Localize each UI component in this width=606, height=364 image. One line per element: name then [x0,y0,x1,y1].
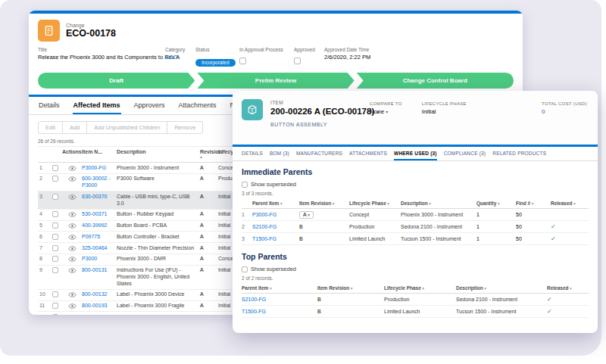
column-header[interactable]: Find # [516,201,551,206]
row-checkbox-cell[interactable] [48,176,62,182]
item-number-link[interactable]: 630-00370 [82,194,107,199]
row-actions-cell[interactable] [62,256,82,262]
table-row[interactable]: T1500-FG B Limited Launch Tucson 1500 - … [242,306,589,318]
item-number-link[interactable]: 600-30002 - P3000 [82,176,111,188]
row-checkbox-cell[interactable] [48,267,62,273]
column-header[interactable]: Description [117,149,200,160]
item-revision-picker[interactable]: A [299,211,314,219]
row-checkbox[interactable] [52,211,58,217]
parent-item-link[interactable]: S2100-FG [252,224,276,229]
show-superseded-checkbox[interactable] [242,266,248,272]
row-checkbox[interactable] [52,245,58,251]
row-checkbox-cell[interactable] [48,194,62,200]
item-number-link[interactable]: 530-00371 [82,211,107,216]
path-stage[interactable]: Draft [38,73,195,89]
compare-to-dropdown[interactable]: None▾ [370,108,402,115]
toolbar-button[interactable]: Edit [38,121,63,134]
item-tab[interactable]: COMPLIANCE (3) [444,147,486,160]
item-tab[interactable]: WHERE USED (3) [394,147,437,160]
row-actions-cell[interactable] [62,211,82,217]
item-tab[interactable]: DETAILS [242,147,263,160]
row-actions-cell[interactable] [62,245,82,251]
item-tab[interactable]: RELATED PRODUCTS [492,147,546,160]
row-checkbox[interactable] [52,291,58,297]
path-stage[interactable]: Change Control Board [357,73,514,89]
row-checkbox-cell[interactable] [48,211,62,217]
column-header[interactable]: Lifecycle Phase [384,285,456,291]
item-number-link[interactable]: 800-00193 [82,303,107,308]
item-number-link[interactable]: 700-00447 [82,314,107,315]
row-actions-cell[interactable] [62,303,82,309]
table-row[interactable]: 1 P3000-FG A Concept Phoenix 3000 - Inst… [242,209,589,221]
row-actions-cell[interactable] [62,291,82,297]
path-stage[interactable]: Prelim Review [197,73,354,89]
toolbar-button[interactable]: Add [63,121,87,134]
parent-item-link[interactable]: S2100-FG [242,297,266,302]
row-checkbox[interactable] [52,176,58,182]
item-number-link[interactable]: P3000-FG [82,165,106,170]
row-checkbox[interactable] [52,165,58,171]
item-number-link[interactable]: 800-00132 [82,291,107,297]
item-tab[interactable]: ATTACHMENTS [349,147,387,160]
table-row[interactable]: 2 S2100-FG B Production Sedona 2100 - In… [242,221,589,233]
column-header[interactable] [38,149,62,160]
item-number-link[interactable]: 400-39992 [82,222,107,228]
row-actions-cell[interactable] [62,267,82,273]
column-header[interactable]: Description [456,285,547,291]
in-approval-checkbox[interactable] [239,58,246,64]
parent-item-link[interactable]: T1500-FG [252,236,276,241]
toolbar-button[interactable]: Remove [167,121,203,134]
tab[interactable]: Approvers [133,97,166,114]
row-checkbox[interactable] [52,222,58,229]
row-checkbox[interactable] [52,314,58,315]
row-actions-cell[interactable] [62,222,82,229]
column-header[interactable]: Item Revision [317,285,384,291]
category-value-link[interactable]: ECO [165,54,177,61]
row-actions-cell[interactable] [62,176,82,182]
parent-item-link[interactable]: T1500-FG [242,309,266,314]
row-checkbox[interactable] [52,234,58,240]
table-row[interactable]: S2100-FG B Production Sedona 2100 - Inst… [242,294,589,306]
column-header[interactable]: Quantity [476,201,516,206]
row-actions-cell[interactable] [62,314,82,315]
row-checkbox-cell[interactable] [48,303,62,309]
item-number-link[interactable]: 800-00131 [82,267,107,272]
row-checkbox-cell[interactable] [48,234,62,240]
item-number-link[interactable]: 325-00464 [82,245,107,250]
toolbar-button[interactable]: Add Unpublished Children [87,121,167,134]
row-checkbox-cell[interactable] [48,245,62,251]
item-number-link[interactable]: P09775 [82,234,100,239]
tab[interactable]: Details [38,97,61,114]
row-checkbox-cell[interactable] [48,291,62,297]
row-checkbox[interactable] [52,194,58,200]
column-header[interactable]: Released [551,201,589,206]
row-actions-cell[interactable] [62,234,82,240]
show-superseded-checkbox[interactable] [242,182,248,188]
column-header[interactable]: Parent Item [242,201,299,206]
row-actions-cell[interactable] [62,194,82,200]
row-checkbox-cell[interactable] [48,222,62,229]
row-checkbox[interactable] [52,303,58,309]
column-header[interactable]: Item Revision [299,201,349,206]
row-actions-cell[interactable] [62,165,82,171]
row-checkbox-cell[interactable] [48,314,62,315]
item-tab[interactable]: MANUFACTURERS [296,147,342,160]
parent-item-link[interactable]: P3000-FG [252,212,276,217]
item-tab[interactable]: BOM (3) [270,147,289,160]
column-header[interactable]: Lifecycle Phase [349,201,401,206]
row-checkbox[interactable] [52,256,58,262]
row-checkbox-cell[interactable] [48,256,62,262]
column-header[interactable]: Description [401,201,476,206]
row-checkbox[interactable] [52,267,58,273]
approved-checkbox[interactable] [294,58,301,64]
column-header[interactable]: Parent Item [242,285,317,291]
tab[interactable]: Attachments [178,97,217,114]
item-revision-picker[interactable]: B [299,236,303,241]
tab[interactable]: Affected Items [73,97,121,114]
total-cost-value[interactable]: 0 [542,108,545,115]
item-number-link[interactable]: P3000 [82,256,97,261]
column-header[interactable]: Released [547,285,589,291]
column-header[interactable]: Item N... [82,149,117,160]
item-revision-picker[interactable]: B [299,224,303,229]
column-header[interactable]: Actions [62,149,82,160]
